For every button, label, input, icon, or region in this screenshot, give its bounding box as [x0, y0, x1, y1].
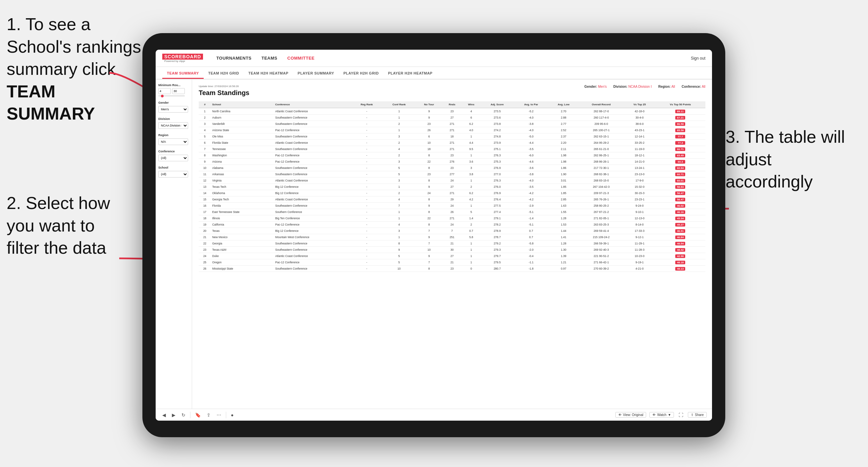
cell-reg-rank: - — [351, 184, 382, 190]
cell-conference: Mountain West Conference — [274, 234, 351, 241]
cell-school: Texas A&M — [211, 247, 274, 253]
nav-committee[interactable]: COMMITTEE — [287, 56, 315, 61]
tab-team-summary[interactable]: TEAM SUMMARY — [162, 68, 204, 79]
filter-school-label: School — [158, 166, 189, 169]
cell-adj-score: 277.0 — [480, 171, 514, 178]
cell-avg-par: -5.1 — [514, 209, 549, 215]
filter-region-select[interactable]: N/A All — [158, 138, 188, 145]
cell-conf-rank: 4 — [382, 146, 416, 152]
cell-rank: 24 — [199, 253, 211, 259]
filter-gender-select[interactable]: Men's Women's — [158, 106, 188, 113]
cell-conference: Atlantic Coast Conference — [274, 253, 351, 259]
filter-max-input[interactable] — [172, 88, 185, 94]
cell-reg-rank: - — [351, 215, 382, 222]
filter-min-input[interactable] — [158, 88, 171, 94]
cell-overall: 217 72-30-1 — [579, 165, 624, 171]
tab-team-h2h-heatmap[interactable]: TEAM H2H HEATMAP — [244, 68, 293, 79]
cell-rank: 17 — [199, 209, 211, 215]
cell-conf-rank: 8 — [382, 241, 416, 247]
filter-school-select[interactable]: (All) — [158, 171, 188, 178]
cell-avg-par: -4.0 — [514, 115, 549, 121]
nav-tournaments[interactable]: TOURNAMENTS — [216, 56, 251, 61]
col-vs-top50-pts: Vs Top 50 Points — [655, 101, 705, 108]
cell-rank: 22 — [199, 241, 211, 247]
cell-wins: 0 — [462, 266, 480, 272]
cell-avg-low: 2.70 — [549, 108, 579, 115]
cell-rnds: 7 — [442, 228, 462, 234]
cell-conference: Southeastern Conference — [274, 171, 351, 178]
cell-conf-rank: 1 — [382, 209, 416, 215]
cell-conf-rank: 1 — [382, 127, 416, 133]
cell-vs-top50-pts: 58.47 — [655, 190, 705, 196]
table-row: 16 Florida Southeastern Conference - 7 9… — [199, 203, 705, 209]
watch-button[interactable]: 👁 Watch ▼ — [649, 412, 674, 418]
cell-no-tour: 7 — [415, 241, 442, 247]
cell-rnds: 271 — [442, 127, 462, 133]
col-wins: Wins — [462, 101, 480, 108]
cell-conf-rank: 2 — [382, 140, 416, 146]
filter-conference-select[interactable]: (All) — [158, 155, 188, 161]
cell-school: Florida — [211, 203, 274, 209]
toolbar-bookmark[interactable]: 🔖 — [194, 412, 202, 418]
cell-rank: 26 — [199, 266, 211, 272]
tab-player-summary[interactable]: PLAYER SUMMARY — [293, 68, 339, 79]
cell-avg-par: -4.6 — [514, 159, 549, 165]
cell-reg-rank: - — [351, 266, 382, 272]
toolbar-reload[interactable]: ↻ — [180, 412, 187, 418]
tab-player-h2h-grid[interactable]: PLAYER H2H GRID — [339, 68, 383, 79]
view-original-button[interactable]: 👁 View: Original — [615, 412, 646, 418]
toolbar-more[interactable]: ⋯ — [215, 412, 222, 418]
cell-overall: 215 109-24-2 — [579, 234, 624, 241]
cell-no-tour: 9 — [415, 108, 442, 115]
toolbar-forward[interactable]: ▶ — [170, 412, 177, 418]
cell-avg-low: 2.77 — [549, 121, 579, 127]
region-pill-value: All — [671, 85, 675, 88]
cell-vs-top50-pts: 89.11 — [655, 108, 705, 115]
cell-school: Arizona — [211, 159, 274, 165]
filter-division-select[interactable]: NCAA Division I NCAA Division II NCAA Di… — [158, 122, 188, 129]
cell-wins: 1 — [462, 253, 480, 259]
cell-conf-rank: 5 — [382, 165, 416, 171]
cell-vs-top50-pts: 58.47 — [655, 196, 705, 203]
cell-avg-par: -4.4 — [514, 140, 549, 146]
cell-avg-low: 1.63 — [549, 203, 579, 209]
cell-adj-score: 276.4 — [480, 196, 514, 203]
cell-avg-par: -4.0 — [514, 127, 549, 133]
cell-vs-top25: 15-32-0 — [624, 184, 655, 190]
tab-player-h2h-heatmap[interactable]: PLAYER H2H HEATMAP — [383, 68, 437, 79]
cell-no-tour: 23 — [415, 171, 442, 178]
toolbar-back[interactable]: ◀ — [161, 412, 167, 418]
cell-avg-low: 1.85 — [549, 184, 579, 190]
share-button[interactable]: ⇧ Share — [688, 412, 707, 418]
cell-vs-top50-pts: 85.58 — [655, 127, 705, 133]
cell-conf-rank: 2 — [382, 190, 416, 196]
cell-rank: 8 — [199, 152, 211, 159]
tab-team-h2h-grid[interactable]: TEAM H2H GRID — [204, 68, 244, 79]
cell-wins: 2 — [462, 184, 480, 190]
cell-vs-top25: 14-21-0 — [624, 159, 655, 165]
toolbar-resize[interactable]: ⛶ — [677, 412, 685, 418]
sign-out-link[interactable]: Sign out — [691, 56, 705, 61]
col-rnds: Rnds — [442, 101, 462, 108]
cell-overall: 271 82-05-1 — [579, 215, 624, 222]
cell-wins: 4 — [462, 108, 480, 115]
cell-vs-top50-pts: 77.7 — [655, 133, 705, 140]
toolbar-clock[interactable]: ● — [229, 412, 235, 418]
cell-wins: 1 — [462, 241, 480, 247]
filter-slider[interactable] — [158, 95, 185, 96]
cell-vs-top50-pts: 46.84 — [655, 234, 705, 241]
cell-avg-par: -5.0 — [514, 133, 549, 140]
nav-teams[interactable]: TEAMS — [261, 56, 278, 61]
cell-rank: 25 — [199, 259, 211, 266]
cell-avg-par: -4.0 — [514, 178, 549, 184]
toolbar-share-icon[interactable]: ⇪ — [205, 412, 212, 418]
cell-vs-top50-pts: 66.71 — [655, 146, 705, 152]
cell-school: Vanderbilt — [211, 121, 274, 127]
cell-vs-top50-pts: 45.27 — [655, 222, 705, 228]
cell-avg-par: 0.7 — [514, 234, 549, 241]
table-row: 25 Oregon Pac-12 Conference - 5 7 21 1 2… — [199, 259, 705, 266]
cell-avg-low: 1.90 — [549, 171, 579, 178]
cell-no-tour: 9 — [415, 234, 442, 241]
cell-vs-top25: 10-23-0 — [624, 253, 655, 259]
cell-adj-score: 273.6 — [480, 115, 514, 121]
